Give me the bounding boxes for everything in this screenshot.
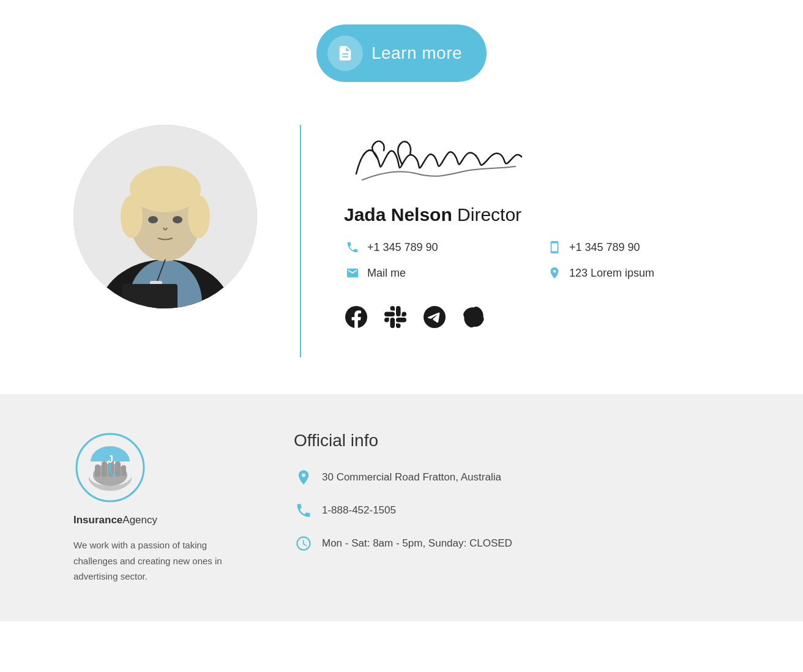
footer-phone-item: 1-888-452-1505	[294, 501, 730, 520]
phone2-item: +1 345 789 90	[546, 239, 730, 256]
profile-divider	[300, 125, 301, 357]
profile-info: Jada Nelson Director +1 345 789 90	[344, 125, 730, 329]
svg-rect-20	[121, 465, 126, 476]
profile-photo	[73, 125, 257, 308]
profile-section: Jada Nelson Director +1 345 789 90	[0, 100, 803, 394]
telegram-icon[interactable]	[422, 305, 447, 329]
footer-info: Official info 30 Commercial Road Fratton…	[294, 431, 730, 567]
svg-point-8	[188, 195, 210, 238]
footer-location-icon	[294, 468, 313, 487]
footer-phone-value: 1-888-452-1505	[322, 504, 396, 517]
footer-phone-icon	[294, 501, 313, 520]
footer-address-value: 30 Commercial Road Fratton, Australia	[322, 471, 501, 483]
person-name: Jada Nelson	[344, 204, 452, 225]
profile-photo-wrap	[73, 125, 257, 308]
official-info-title: Official info	[294, 431, 730, 450]
slack-icon[interactable]	[383, 305, 408, 329]
svg-point-9	[148, 216, 158, 223]
skype-icon[interactable]	[461, 305, 486, 329]
learn-more-label: Learn more	[372, 43, 462, 63]
phone-icon	[344, 239, 361, 256]
svg-point-7	[121, 195, 143, 238]
email-icon	[344, 264, 361, 282]
brand-name: InsuranceAgency	[73, 514, 245, 526]
svg-rect-17	[102, 461, 107, 477]
brand-description: We work with a passion of taking challen…	[73, 537, 233, 584]
brand-logo: J	[73, 431, 147, 504]
footer-clock-icon	[294, 534, 313, 553]
address-item: 123 Lorem ipsum	[546, 264, 730, 282]
top-section: Learn more	[0, 0, 803, 100]
email-item[interactable]: Mail me	[344, 264, 528, 282]
svg-point-10	[173, 216, 182, 223]
address-value: 123 Lorem ipsum	[569, 267, 654, 280]
footer-section: J InsuranceAgency We work with a passion…	[0, 394, 803, 621]
signature-area	[344, 125, 730, 192]
footer-brand: J InsuranceAgency We work with a passion…	[73, 431, 245, 584]
phone2-value: +1 345 789 90	[569, 241, 640, 254]
svg-text:J: J	[108, 454, 113, 465]
learn-more-button[interactable]: Learn more	[316, 24, 487, 82]
person-title: Director	[457, 204, 521, 225]
svg-rect-13	[122, 284, 177, 308]
social-icons	[344, 305, 730, 329]
contact-grid: +1 345 789 90 +1 345 789 90 Mail m	[344, 239, 730, 282]
footer-hours-item: Mon - Sat: 8am - 5pm, Sunday: CLOSED	[294, 534, 730, 553]
mobile-icon	[546, 239, 563, 256]
learn-more-icon	[327, 35, 363, 71]
location-icon	[546, 264, 563, 282]
svg-rect-19	[115, 461, 121, 477]
footer-address-item: 30 Commercial Road Fratton, Australia	[294, 468, 730, 487]
phone1-value: +1 345 789 90	[367, 241, 438, 254]
phone1-item: +1 345 789 90	[344, 239, 528, 256]
footer-hours-value: Mon - Sat: 8am - 5pm, Sunday: CLOSED	[322, 537, 512, 550]
facebook-icon[interactable]	[344, 305, 368, 329]
name-title: Jada Nelson Director	[344, 204, 730, 225]
email-label: Mail me	[367, 267, 406, 280]
svg-rect-16	[95, 465, 100, 477]
